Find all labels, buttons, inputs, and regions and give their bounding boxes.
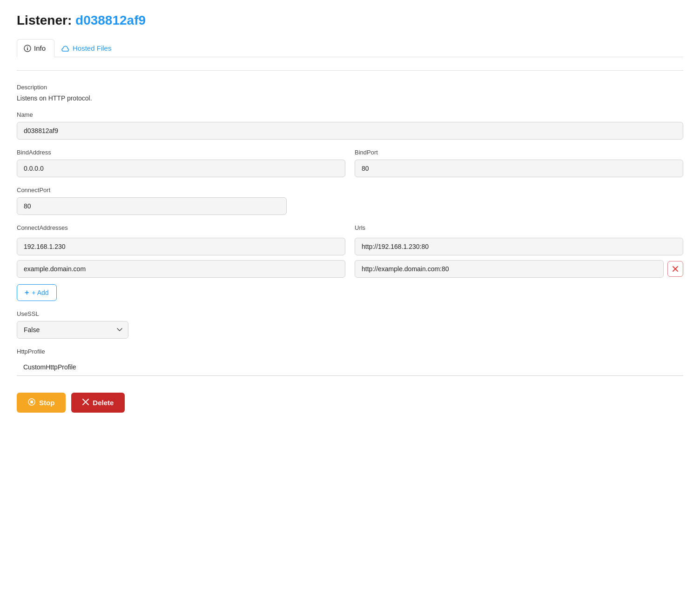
url-row-2: [355, 260, 683, 278]
page-title: Listener: d038812af9: [17, 13, 683, 28]
description-label: Description: [17, 84, 683, 91]
http-profile-input[interactable]: [17, 359, 683, 376]
http-profile-section: HttpProfile: [17, 348, 683, 376]
connect-address-input-1[interactable]: [17, 238, 345, 255]
connect-address-input-2[interactable]: [17, 260, 345, 278]
add-address-button[interactable]: + + Add: [17, 284, 57, 301]
bottom-actions: Stop Delete: [17, 393, 683, 413]
url-input-1[interactable]: [355, 238, 683, 255]
description-section: Description Listens on HTTP protocol.: [17, 84, 683, 102]
remove-address-button-2[interactable]: [667, 261, 683, 277]
connect-addresses-label: ConnectAddresses: [17, 224, 345, 231]
tab-info[interactable]: Info: [17, 39, 54, 57]
name-section: Name: [17, 111, 683, 140]
address-row-2: [17, 260, 345, 278]
info-icon: [24, 45, 31, 52]
tab-hosted-files[interactable]: Hosted Files: [54, 39, 120, 57]
tab-hosted-files-label: Hosted Files: [73, 44, 111, 52]
bind-row: BindAddress BindPort: [17, 149, 683, 177]
stop-button[interactable]: Stop: [17, 393, 66, 413]
connect-port-label: ConnectPort: [17, 187, 287, 194]
add-button-label: + Add: [32, 289, 48, 296]
svg-rect-2: [27, 47, 28, 47]
name-input[interactable]: [17, 122, 683, 140]
connect-addresses-section: ConnectAddresses Urls: [17, 224, 683, 301]
cloud-icon: [61, 45, 70, 52]
delete-icon: [82, 399, 89, 407]
connect-port-input[interactable]: [17, 197, 287, 215]
bind-port-label: BindPort: [355, 149, 683, 156]
stop-icon: [28, 398, 35, 407]
address-row-1: [17, 238, 345, 255]
addr-url-labels: ConnectAddresses Urls: [17, 224, 683, 235]
bind-address-section: BindAddress: [17, 149, 345, 177]
bind-address-label: BindAddress: [17, 149, 345, 156]
bind-port-section: BindPort: [355, 149, 683, 177]
description-text: Listens on HTTP protocol.: [17, 94, 683, 102]
urls-label: Urls: [355, 224, 683, 231]
stop-button-label: Stop: [39, 399, 54, 407]
name-label: Name: [17, 111, 683, 118]
svg-rect-1: [27, 48, 28, 50]
use-ssl-select[interactable]: False True: [17, 321, 128, 339]
tabs-row: Info Hosted Files: [17, 39, 683, 57]
url-row-1: [355, 238, 683, 255]
use-ssl-label: UseSSL: [17, 310, 683, 317]
svg-rect-6: [30, 401, 33, 403]
tab-info-label: Info: [34, 44, 46, 52]
http-profile-label: HttpProfile: [17, 348, 683, 355]
delete-button[interactable]: Delete: [71, 393, 125, 413]
bind-port-input[interactable]: [355, 160, 683, 177]
addresses-grid: [17, 238, 683, 278]
bind-address-input[interactable]: [17, 160, 345, 177]
connect-port-section: ConnectPort: [17, 187, 287, 215]
delete-button-label: Delete: [93, 399, 114, 407]
use-ssl-section: UseSSL False True: [17, 310, 683, 339]
add-icon: +: [25, 288, 29, 297]
url-input-2[interactable]: [355, 260, 664, 278]
